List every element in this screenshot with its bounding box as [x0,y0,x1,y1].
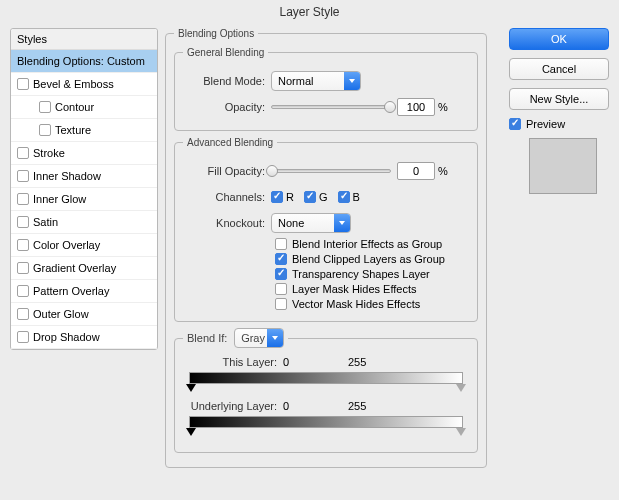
styles-item[interactable]: Pattern Overlay [11,280,157,303]
chevron-down-icon [334,214,350,232]
styles-item[interactable]: Satin [11,211,157,234]
opacity-slider-thumb[interactable] [384,101,396,113]
blend-if-group: Blend If: Gray This Layer: 0 255 Underly… [174,328,478,453]
blend-mode-label: Blend Mode: [183,75,271,87]
styles-panel: Styles Blending Options: CustomBevel & E… [10,28,158,350]
ok-button[interactable]: OK [509,28,609,50]
style-label: Stroke [33,147,65,159]
blend-if-select[interactable]: Gray [234,328,284,348]
option-checkbox[interactable] [275,283,287,295]
triangle-icon[interactable] [186,384,196,392]
styles-header: Styles [11,29,157,50]
style-label: Bevel & Emboss [33,78,114,90]
this-layer-gradient[interactable] [189,372,463,386]
style-checkbox[interactable] [17,216,29,228]
new-style-button[interactable]: New Style... [509,88,609,110]
general-blending-legend: General Blending [183,47,268,58]
styles-item[interactable]: Blending Options: Custom [11,50,157,73]
channel-label: G [319,191,328,203]
channels-label: Channels: [183,191,271,203]
triangle-icon[interactable] [456,428,466,436]
chevron-down-icon [267,329,283,347]
triangle-icon[interactable] [456,384,466,392]
underlying-label: Underlying Layer: [183,400,283,412]
option-label: Vector Mask Hides Effects [292,298,420,310]
style-label: Color Overlay [33,239,100,251]
style-checkbox[interactable] [17,285,29,297]
style-checkbox[interactable] [17,170,29,182]
style-label: Drop Shadow [33,331,100,343]
style-label: Inner Shadow [33,170,101,182]
style-label: Pattern Overlay [33,285,109,297]
preview-swatch [529,138,597,194]
option-label: Blend Clipped Layers as Group [292,253,445,265]
styles-item[interactable]: Texture [11,119,157,142]
option-label: Layer Mask Hides Effects [292,283,417,295]
style-label: Satin [33,216,58,228]
underlying-low: 0 [283,400,348,412]
opacity-input[interactable] [397,98,435,116]
option-checkbox[interactable] [275,253,287,265]
styles-item[interactable]: Outer Glow [11,303,157,326]
channel-checkbox[interactable] [271,191,283,203]
knockout-select[interactable]: None [271,213,351,233]
triangle-icon[interactable] [186,428,196,436]
underlying-gradient[interactable] [189,416,463,430]
style-label: Texture [55,124,91,136]
channel-label: B [353,191,360,203]
styles-item[interactable]: Contour [11,96,157,119]
style-checkbox[interactable] [17,78,29,90]
this-layer-low: 0 [283,356,348,368]
channel-checkbox[interactable] [338,191,350,203]
fill-opacity-slider[interactable] [271,169,391,173]
blend-if-value: Gray [241,332,265,344]
style-label: Outer Glow [33,308,89,320]
blend-if-label: Blend If: [187,332,227,344]
style-checkbox[interactable] [39,124,51,136]
option-label: Transparency Shapes Layer [292,268,430,280]
style-checkbox[interactable] [17,239,29,251]
preview-checkbox[interactable] [509,118,521,130]
style-label: Gradient Overlay [33,262,116,274]
style-checkbox[interactable] [17,262,29,274]
option-checkbox[interactable] [275,238,287,250]
styles-item[interactable]: Color Overlay [11,234,157,257]
styles-item[interactable]: Gradient Overlay [11,257,157,280]
blend-if-legend: Blend If: Gray [183,328,288,348]
opacity-unit: % [438,101,448,113]
option-checkbox[interactable] [275,268,287,280]
styles-item[interactable]: Inner Glow [11,188,157,211]
style-checkbox[interactable] [39,101,51,113]
blending-options-legend: Blending Options [174,28,258,39]
this-layer-label: This Layer: [183,356,283,368]
option-checkbox[interactable] [275,298,287,310]
option-label: Blend Interior Effects as Group [292,238,442,250]
window-title: Layer Style [0,0,619,24]
style-label: Blending Options: Custom [17,55,145,67]
styles-item[interactable]: Bevel & Emboss [11,73,157,96]
fill-opacity-unit: % [438,165,448,177]
fill-opacity-slider-thumb[interactable] [266,165,278,177]
advanced-blending-legend: Advanced Blending [183,137,277,148]
opacity-label: Opacity: [183,101,271,113]
style-checkbox[interactable] [17,331,29,343]
channel-label: R [286,191,294,203]
blending-options-group: Blending Options General Blending Blend … [165,28,487,468]
blend-mode-select[interactable]: Normal [271,71,361,91]
style-label: Inner Glow [33,193,86,205]
main-panel: Blending Options General Blending Blend … [165,28,487,474]
styles-item[interactable]: Inner Shadow [11,165,157,188]
preview-label: Preview [526,118,565,130]
fill-opacity-input[interactable] [397,162,435,180]
channel-checkbox[interactable] [304,191,316,203]
style-checkbox[interactable] [17,193,29,205]
cancel-button[interactable]: Cancel [509,58,609,80]
style-checkbox[interactable] [17,147,29,159]
this-layer-high: 255 [348,356,413,368]
right-panel: OK Cancel New Style... Preview [509,28,609,194]
style-checkbox[interactable] [17,308,29,320]
styles-item[interactable]: Stroke [11,142,157,165]
style-label: Contour [55,101,94,113]
opacity-slider[interactable] [271,105,391,109]
styles-item[interactable]: Drop Shadow [11,326,157,349]
